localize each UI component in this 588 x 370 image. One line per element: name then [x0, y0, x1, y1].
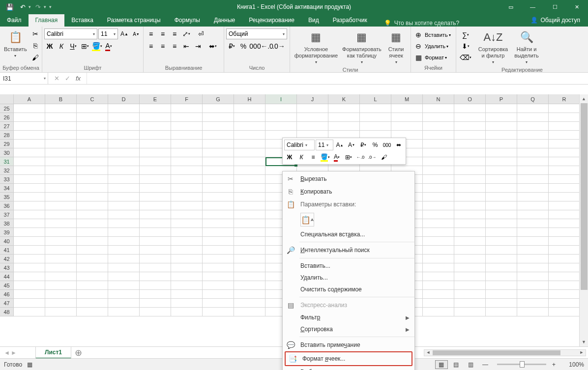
align-middle-icon[interactable]: ≡: [157, 28, 168, 39]
cell[interactable]: [108, 113, 140, 122]
row-header[interactable]: 27: [0, 122, 14, 131]
mt-font-color-button[interactable]: A▾: [331, 152, 342, 163]
cm-sort[interactable]: Сортировка▶: [283, 323, 414, 335]
mt-increase-font-icon[interactable]: A▲: [334, 140, 345, 150]
sort-filter-button[interactable]: A↓Z Сортировка и фильтр▾: [476, 28, 510, 66]
cell[interactable]: [171, 210, 203, 219]
cell[interactable]: [45, 308, 77, 316]
formula-input[interactable]: [87, 73, 588, 84]
cell[interactable]: [203, 237, 234, 246]
cell[interactable]: [423, 193, 454, 201]
cell[interactable]: [549, 113, 580, 122]
increase-font-icon[interactable]: A▲: [119, 28, 130, 39]
cell[interactable]: [108, 290, 140, 299]
cell[interactable]: [549, 148, 580, 157]
cell[interactable]: [486, 140, 517, 148]
cell[interactable]: [45, 104, 77, 113]
decrease-font-icon[interactable]: A▼: [131, 28, 142, 39]
cell[interactable]: [234, 122, 265, 131]
cut-icon[interactable]: ✂: [30, 28, 41, 39]
cell[interactable]: [140, 131, 171, 140]
cell[interactable]: [140, 263, 171, 272]
cell[interactable]: [234, 308, 265, 316]
cell[interactable]: [77, 140, 108, 148]
cell[interactable]: [517, 246, 549, 255]
page-break-view-button[interactable]: ▥: [465, 360, 477, 369]
cell[interactable]: [454, 122, 486, 131]
cell[interactable]: [454, 113, 486, 122]
cell[interactable]: [517, 157, 549, 166]
cell[interactable]: [77, 157, 108, 166]
cell[interactable]: [77, 210, 108, 219]
cell[interactable]: [171, 290, 203, 299]
cell[interactable]: [391, 122, 423, 131]
cell[interactable]: [454, 308, 486, 316]
cell[interactable]: [549, 299, 580, 308]
cell[interactable]: [234, 237, 265, 246]
mt-percent-button[interactable]: %: [370, 140, 381, 150]
cell[interactable]: [203, 157, 234, 166]
cell[interactable]: [486, 263, 517, 272]
cell[interactable]: [423, 122, 454, 131]
cell[interactable]: [14, 104, 45, 113]
cell[interactable]: [14, 201, 45, 210]
cell[interactable]: [454, 166, 486, 175]
mt-decrease-font-icon[interactable]: A▼: [346, 140, 357, 150]
cell[interactable]: [108, 299, 140, 308]
cell[interactable]: [234, 281, 265, 290]
wrap-text-icon[interactable]: ⏎: [196, 28, 206, 39]
cell[interactable]: [140, 281, 171, 290]
mt-comma-button[interactable]: 000: [382, 140, 392, 150]
cell[interactable]: [517, 131, 549, 140]
cell[interactable]: [108, 228, 140, 237]
mt-currency-button[interactable]: ₽▾: [358, 140, 369, 150]
cell[interactable]: [45, 175, 77, 184]
cell[interactable]: [140, 201, 171, 210]
dropdown-arrow-icon[interactable]: ▾: [44, 4, 46, 9]
column-header[interactable]: N: [423, 94, 454, 104]
cell[interactable]: [203, 201, 234, 210]
cell[interactable]: [517, 122, 549, 131]
cell[interactable]: [234, 201, 265, 210]
cell[interactable]: [265, 104, 297, 113]
cell[interactable]: [423, 263, 454, 272]
cell[interactable]: [297, 113, 328, 122]
cell[interactable]: [171, 237, 203, 246]
column-header[interactable]: J: [297, 94, 328, 104]
cell[interactable]: [549, 290, 580, 299]
cell[interactable]: [45, 140, 77, 148]
cell[interactable]: [234, 148, 265, 157]
cell[interactable]: [517, 308, 549, 316]
cm-insert-comment[interactable]: 💬Вставить примечание: [283, 339, 414, 351]
fx-icon[interactable]: fx: [73, 75, 84, 82]
cell[interactable]: [328, 113, 360, 122]
row-header[interactable]: 39: [0, 228, 14, 237]
tab-data[interactable]: Данные: [207, 14, 242, 27]
cell[interactable]: [171, 201, 203, 210]
cell[interactable]: [454, 255, 486, 263]
cell[interactable]: [486, 210, 517, 219]
cell[interactable]: [171, 299, 203, 308]
cell[interactable]: [77, 148, 108, 157]
row-header[interactable]: 29: [0, 140, 14, 148]
zoom-in-button[interactable]: +: [552, 361, 556, 368]
cell[interactable]: [171, 228, 203, 237]
column-header[interactable]: F: [171, 94, 203, 104]
decrease-decimal-icon[interactable]: .0→: [273, 41, 284, 52]
fill-color-button[interactable]: 🪣▾: [91, 41, 102, 52]
cell[interactable]: [140, 193, 171, 201]
cell[interactable]: [171, 104, 203, 113]
cell[interactable]: [14, 148, 45, 157]
cell[interactable]: [77, 113, 108, 122]
cell[interactable]: [517, 219, 549, 228]
row-header[interactable]: 40: [0, 237, 14, 246]
cell[interactable]: [45, 219, 77, 228]
cell[interactable]: [14, 210, 45, 219]
cell[interactable]: [14, 281, 45, 290]
cell[interactable]: [517, 237, 549, 246]
scroll-down-icon[interactable]: ▼: [580, 338, 588, 346]
cm-format-cells[interactable]: 📑Формат ячеек...: [286, 352, 412, 365]
cell[interactable]: [454, 148, 486, 157]
close-button[interactable]: ✕: [566, 0, 588, 14]
cell[interactable]: [517, 201, 549, 210]
